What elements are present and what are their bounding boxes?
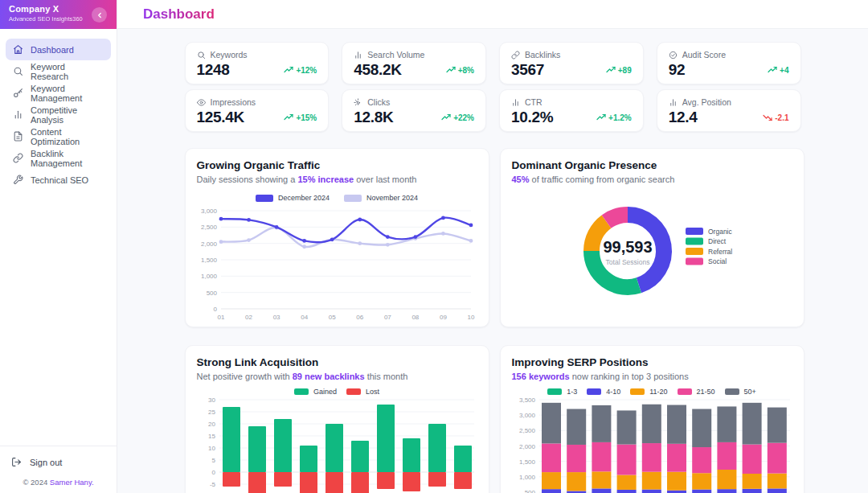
search-icon — [13, 66, 23, 76]
svg-text:25: 25 — [208, 409, 215, 416]
svg-text:15: 15 — [208, 433, 215, 440]
svg-text:20: 20 — [208, 421, 215, 428]
legend-item[interactable]: 1-3 — [547, 388, 577, 396]
svg-text:03: 03 — [272, 314, 280, 321]
legend-swatch — [725, 388, 739, 395]
legend-swatch — [346, 388, 361, 395]
trending-up-icon — [596, 113, 606, 122]
stat-value: 1248 — [197, 61, 230, 79]
stat-change: +12% — [284, 65, 317, 75]
stat-change: +4 — [768, 65, 788, 75]
legend-item[interactable]: Gained — [294, 388, 337, 396]
svg-text:08: 08 — [411, 314, 419, 321]
stat-value: 10.2% — [511, 109, 553, 126]
stat-card-search-volume: Search Volume 458.2K +8% — [342, 42, 486, 84]
chart-title: Growing Organic Traffic — [197, 159, 477, 171]
link-acquisition-card: Strong Link Acquisition Net positive gro… — [185, 345, 489, 493]
legend-item[interactable]: November 2024 — [344, 194, 418, 202]
sidebar-item-content-optimization[interactable]: Content Optimization — [6, 125, 111, 147]
stat-value: 125.4K — [197, 109, 244, 126]
bar-chart-icon — [511, 98, 520, 107]
stat-card-impressions: Impressions 125.4K +15% — [185, 89, 330, 132]
stacked-chart-legend: 1-34-1011-2021-5050+ — [512, 388, 792, 396]
stat-label: Impressions — [211, 97, 256, 107]
stat-card-avg-position: Avg. Position 12.4 -2.1 — [657, 89, 801, 132]
stat-change: +89 — [606, 65, 632, 75]
top-bar: Dashboard — [117, 0, 868, 29]
svg-text:1,000: 1,000 — [518, 474, 535, 481]
legend-item[interactable]: 50+ — [725, 388, 756, 396]
legend-swatch — [587, 388, 601, 395]
chart-title: Dominant Organic Presence — [512, 159, 792, 171]
organic-presence-card: Dominant Organic Presence 45% of traffic… — [500, 148, 805, 327]
stat-label: Avg. Position — [682, 97, 731, 107]
sidebar-item-label: Content Optimization — [31, 127, 104, 146]
stat-card-backlinks: Backlinks 3567 +89 — [499, 42, 644, 84]
eye-icon — [197, 98, 206, 107]
stat-change: +15% — [284, 113, 317, 122]
trending-up-icon — [441, 113, 451, 122]
charts-row-1: Growing Organic Traffic Daily sessions s… — [185, 148, 801, 327]
line-chart-legend: December 2024November 2024 — [197, 194, 477, 202]
sidebar-item-label: Technical SEO — [31, 175, 88, 185]
sidebar-item-label: Competitive Analysis — [31, 105, 104, 125]
stat-label: Backlinks — [525, 50, 560, 60]
svg-text:Total Sessions: Total Sessions — [605, 258, 649, 266]
sidebar-item-label: Backlink Management — [31, 149, 104, 168]
trending-up-icon — [284, 65, 293, 75]
sidebar-item-technical-seo[interactable]: Technical SEO — [6, 169, 111, 191]
svg-text:0: 0 — [213, 306, 217, 313]
chart-subtitle: 156 keywords now ranking in top 3 positi… — [512, 372, 792, 381]
chart-subtitle: 45% of traffic coming from organic searc… — [512, 175, 792, 184]
chart-subtitle: Net positive growth with 89 new backlink… — [197, 372, 477, 381]
stat-value: 3567 — [511, 61, 544, 79]
legend-swatch — [630, 388, 645, 395]
copyright-owner-link[interactable]: Samer Hany. — [50, 478, 94, 487]
stat-change: +22% — [441, 113, 474, 122]
sidebar-collapse-button[interactable] — [92, 7, 107, 23]
svg-text:500: 500 — [524, 489, 535, 493]
legend-label: 21-50 — [697, 388, 715, 396]
sign-out-button[interactable]: Sign out — [0, 457, 117, 467]
legend-item[interactable]: December 2024 — [256, 194, 330, 202]
stat-card-clicks: Clicks 12.8K +22% — [342, 89, 486, 132]
sidebar: Company X Advanced SEO Insights360 Dashb… — [0, 0, 117, 493]
bar-chart-icon — [354, 51, 362, 60]
sidebar-item-competitive-analysis[interactable]: Competitive Analysis — [6, 104, 111, 125]
charts-row-2: Strong Link Acquisition Net positive gro… — [185, 345, 801, 493]
stat-card-keywords: Keywords 1248 +12% — [185, 42, 330, 84]
check-circle-icon — [669, 51, 678, 60]
legend-item[interactable]: Lost — [346, 388, 379, 396]
svg-text:99,593: 99,593 — [603, 238, 652, 256]
sidebar-item-backlink-management[interactable]: Backlink Management — [6, 147, 111, 169]
stat-label: Clicks — [367, 97, 390, 107]
stat-label: Keywords — [211, 50, 248, 60]
svg-text:2,000: 2,000 — [200, 240, 217, 248]
sidebar-item-keyword-management[interactable]: Keyword Management — [6, 82, 111, 104]
svg-text:2,000: 2,000 — [518, 443, 535, 450]
legend-item[interactable]: 11-20 — [630, 388, 667, 396]
legend-label: 1-3 — [567, 388, 577, 396]
chart-subtitle: Daily sessions showing a 15% increase ov… — [197, 175, 477, 184]
svg-text:05: 05 — [328, 314, 335, 321]
sidebar-item-dashboard[interactable]: Dashboard — [6, 39, 111, 60]
sidebar-footer: Sign out © 2024 Samer Hany. — [0, 446, 117, 493]
legend-swatch — [344, 195, 362, 202]
svg-text:500: 500 — [206, 290, 217, 297]
trending-up-icon — [446, 65, 456, 75]
legend-item[interactable]: 21-50 — [678, 388, 715, 396]
stat-change: +1.2% — [596, 113, 632, 122]
svg-text:02: 02 — [245, 314, 252, 321]
copyright-text: © 2024 — [23, 478, 49, 487]
stat-value: 458.2K — [354, 61, 401, 79]
bar-chart-icon — [13, 109, 23, 120]
sidebar-item-keyword-research[interactable]: Keyword Research — [6, 60, 111, 82]
stat-value: 92 — [669, 61, 686, 79]
svg-text:04: 04 — [301, 314, 308, 321]
stat-label: Audit Score — [682, 50, 726, 60]
link-acquisition-bar-chart: 302520151050-5-10 — [197, 398, 477, 493]
stat-label: Search Volume — [367, 50, 424, 60]
legend-item[interactable]: 4-10 — [587, 388, 620, 396]
legend-label: 11-20 — [649, 388, 667, 396]
link-icon — [13, 153, 23, 163]
